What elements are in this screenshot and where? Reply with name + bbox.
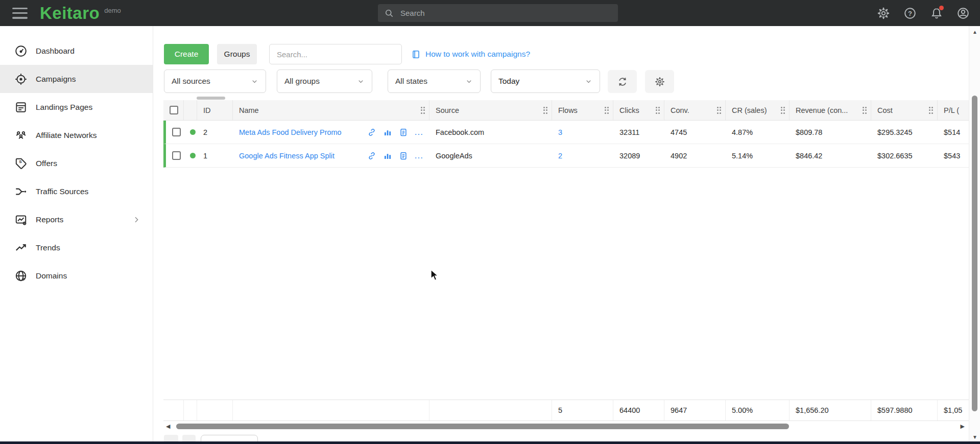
refresh-button[interactable] bbox=[608, 70, 637, 93]
drag-handle-icon[interactable] bbox=[539, 107, 548, 114]
hamburger-menu-icon[interactable] bbox=[12, 8, 28, 19]
main-content: Create Groups How to work with campaigns… bbox=[153, 26, 980, 444]
campaign-link-icon[interactable] bbox=[367, 151, 376, 160]
totals-conv: 9647 bbox=[664, 400, 726, 420]
drag-handle-icon[interactable] bbox=[601, 107, 609, 114]
drag-handle-icon[interactable] bbox=[652, 107, 660, 114]
status-active-dot bbox=[190, 153, 196, 158]
horizontal-scrollbar-thumb[interactable] bbox=[176, 424, 789, 429]
column-header-source[interactable]: Source bbox=[429, 100, 552, 120]
column-header-revenue[interactable]: Revenue (con... bbox=[790, 100, 871, 120]
campaign-id: 2 bbox=[197, 128, 233, 136]
row-checkbox[interactable] bbox=[172, 128, 181, 136]
sidebar-label: Reports bbox=[36, 215, 63, 224]
sidebar-item-affiliate-networks[interactable]: Affiliate Networks bbox=[0, 121, 153, 149]
drag-handle-icon[interactable] bbox=[858, 107, 867, 114]
row-actions: ... bbox=[367, 151, 425, 160]
status-column-header bbox=[184, 100, 197, 120]
drag-handle-icon[interactable] bbox=[925, 107, 934, 114]
drag-handle-icon[interactable] bbox=[777, 107, 785, 114]
row-menu-icon[interactable]: ... bbox=[415, 130, 423, 135]
traffic-sources-icon bbox=[14, 185, 28, 198]
campaigns-search-input[interactable] bbox=[269, 44, 402, 64]
account-avatar-icon[interactable] bbox=[957, 7, 970, 20]
conversions-value: 4745 bbox=[664, 128, 726, 136]
campaign-name-link[interactable]: Meta Ads Food Delivery Promo bbox=[239, 128, 342, 136]
column-header-pl[interactable]: P/L ( bbox=[938, 100, 969, 120]
filter-all-sources[interactable]: All sources bbox=[164, 69, 266, 93]
revenue-value: $846.42 bbox=[790, 152, 871, 160]
drag-handle-icon[interactable] bbox=[417, 107, 425, 114]
table-top-scrollbar-thumb[interactable] bbox=[197, 97, 225, 100]
create-button[interactable]: Create bbox=[164, 44, 209, 64]
column-header-id[interactable]: ID bbox=[197, 100, 233, 120]
column-header-cr-sales[interactable]: CR (sales) bbox=[726, 100, 790, 120]
cr-value: 5.14% bbox=[726, 152, 790, 160]
column-header-name[interactable]: Name bbox=[233, 100, 429, 120]
campaign-name-link[interactable]: Google Ads Fitness App Split bbox=[239, 152, 334, 160]
vertical-scrollbar-thumb[interactable] bbox=[972, 96, 977, 411]
sidebar-item-dashboard[interactable]: Dashboard bbox=[0, 37, 153, 65]
table-header-row: ID Name Source Flows Clicks Conv. CR (sa… bbox=[163, 100, 969, 121]
flows-count-link[interactable]: 2 bbox=[558, 152, 562, 160]
chevron-right-icon bbox=[132, 216, 140, 224]
column-header-cost[interactable]: Cost bbox=[871, 100, 938, 120]
row-menu-icon[interactable]: ... bbox=[415, 153, 423, 158]
filter-all-states[interactable]: All states bbox=[388, 69, 481, 93]
sidebar-item-campaigns[interactable]: Campaigns bbox=[0, 65, 153, 93]
sidebar-item-landings-pages[interactable]: Landings Pages bbox=[0, 93, 153, 121]
sidebar-item-domains[interactable]: Domains bbox=[0, 262, 153, 290]
table-totals-row: 5 64400 9647 5.00% $1,656.20 $597.9880 $… bbox=[163, 400, 969, 421]
sidebar-item-trends[interactable]: Trends bbox=[0, 233, 153, 262]
scroll-right-arrow[interactable]: ▶ bbox=[961, 423, 965, 430]
window-bottom-edge bbox=[0, 441, 980, 444]
status-active-dot bbox=[190, 129, 196, 135]
flows-count-link[interactable]: 3 bbox=[558, 128, 562, 136]
scroll-left-arrow[interactable]: ◀ bbox=[166, 423, 170, 430]
totals-revenue: $1,656.20 bbox=[790, 400, 871, 420]
select-all-checkbox[interactable] bbox=[170, 106, 178, 114]
campaign-report-icon[interactable] bbox=[399, 151, 408, 160]
search-icon bbox=[384, 8, 394, 18]
campaign-link-icon[interactable] bbox=[367, 128, 376, 137]
demo-badge: demo bbox=[104, 7, 121, 14]
help-campaigns-link[interactable]: How to work with campaigns? bbox=[411, 44, 530, 64]
scroll-up-arrow[interactable]: ▲ bbox=[969, 29, 980, 35]
drag-handle-icon[interactable] bbox=[713, 107, 722, 114]
groups-button[interactable]: Groups bbox=[217, 44, 257, 64]
campaign-row[interactable]: 2 Meta Ads Food Delivery Promo ... Faceb… bbox=[163, 121, 969, 144]
landings-pages-icon bbox=[14, 101, 28, 114]
column-header-clicks[interactable]: Clicks bbox=[613, 100, 664, 120]
clicks-value: 32311 bbox=[613, 128, 664, 136]
totals-cr: 5.00% bbox=[726, 400, 790, 420]
campaigns-target-icon bbox=[14, 73, 28, 86]
chevron-down-icon bbox=[585, 78, 592, 85]
filter-date-range[interactable]: Today bbox=[491, 69, 600, 93]
global-search[interactable] bbox=[378, 4, 618, 22]
campaign-report-icon[interactable] bbox=[399, 128, 408, 137]
help-icon[interactable]: ? bbox=[903, 7, 917, 20]
settings-gear-icon[interactable] bbox=[877, 7, 890, 20]
row-checkbox[interactable] bbox=[172, 151, 181, 160]
table-settings-button[interactable] bbox=[645, 70, 674, 93]
sidebar-label: Landings Pages bbox=[36, 103, 92, 112]
column-header-conv[interactable]: Conv. bbox=[664, 100, 726, 120]
pl-value: $543 bbox=[938, 152, 969, 160]
campaign-row[interactable]: 1 Google Ads Fitness App Split ... Googl… bbox=[163, 144, 969, 168]
campaign-stats-icon[interactable] bbox=[383, 128, 392, 137]
campaign-stats-icon[interactable] bbox=[383, 151, 392, 160]
filter-all-groups[interactable]: All groups bbox=[277, 69, 372, 93]
refresh-icon bbox=[617, 76, 628, 87]
notifications-bell-icon[interactable] bbox=[930, 7, 943, 20]
sidebar-item-traffic-sources[interactable]: Traffic Sources bbox=[0, 177, 153, 205]
sidebar-item-offers[interactable]: S Offers bbox=[0, 149, 153, 177]
column-header-flows[interactable]: Flows bbox=[552, 100, 613, 120]
scroll-down-arrow[interactable]: ▼ bbox=[969, 434, 980, 440]
reports-icon bbox=[14, 213, 28, 226]
global-search-input[interactable] bbox=[400, 9, 612, 17]
row-actions: ... bbox=[367, 128, 425, 137]
cost-value: $302.6635 bbox=[871, 152, 938, 160]
campaign-source: GoogleAds bbox=[429, 152, 552, 160]
sidebar-item-reports[interactable]: Reports bbox=[0, 205, 153, 233]
select-all-cell bbox=[163, 100, 184, 120]
